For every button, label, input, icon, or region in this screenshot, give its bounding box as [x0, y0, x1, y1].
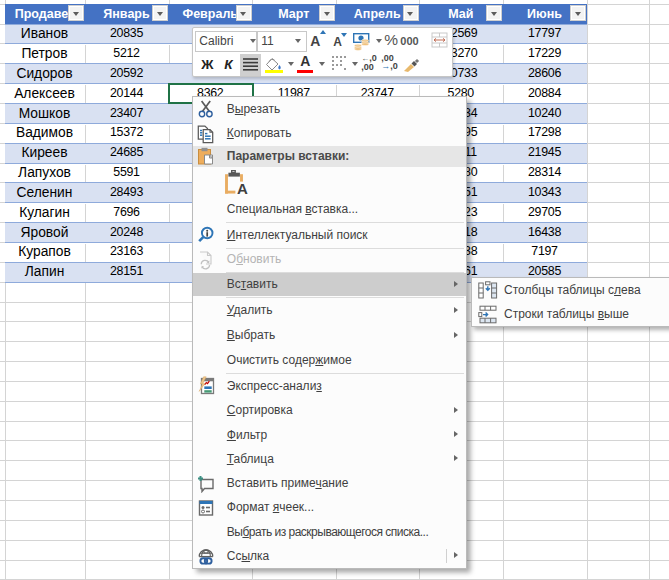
svg-text:A: A — [237, 180, 248, 195]
